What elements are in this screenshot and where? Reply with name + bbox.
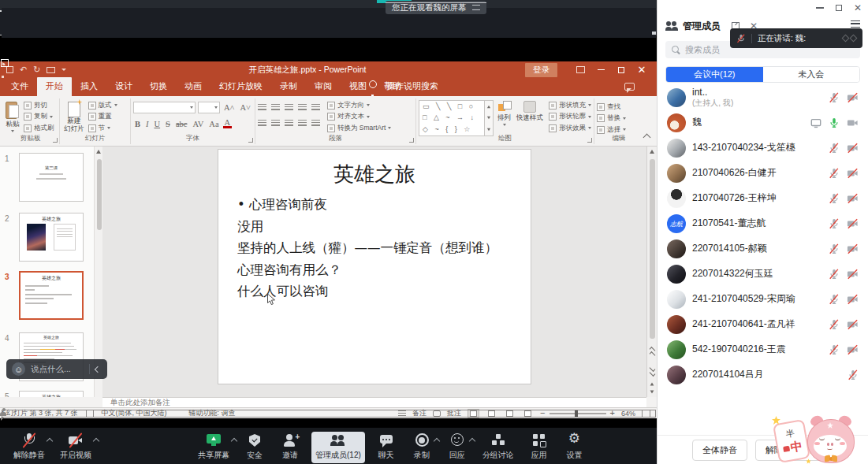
mic-icon[interactable] [829,344,840,355]
next-slide-icon[interactable] [650,370,656,377]
mic-icon[interactable] [829,218,840,229]
indent-increase-icon[interactable] [298,104,307,111]
scroll-up-icon[interactable] [96,150,101,154]
fullscreen-icon[interactable] [620,18,629,28]
align-right-icon[interactable] [285,120,293,127]
mic-icon[interactable] [829,117,840,128]
toolbar-item-record[interactable]: 录制 [408,432,436,463]
columns-icon[interactable] [311,120,320,127]
replace-button[interactable]: 替换 [597,113,641,124]
collapse-chevron-icon[interactable] [95,366,101,372]
copy-button[interactable]: 复制 [24,112,54,123]
notes-scroll-up-icon[interactable] [650,383,654,386]
slide-thumbnail[interactable]: 2 英雄之旅 [0,213,102,265]
member-row[interactable]: 143-2107040234-戈笙橞 [658,135,868,161]
camera-icon[interactable] [847,168,859,179]
camera-icon[interactable] [847,344,859,355]
camera-icon[interactable] [847,243,859,254]
chat-quick-input[interactable]: ☺ 说点什么... [6,359,107,379]
ppt-restore-button[interactable] [611,61,631,78]
shapes-gallery-scroll[interactable] [485,100,494,136]
chevron-up-icon[interactable] [231,438,237,444]
member-row[interactable]: 魏 [658,110,868,135]
scrollbar-thumb[interactable] [650,159,655,339]
fit-to-window-icon[interactable] [642,410,650,418]
tab-not-joined[interactable]: 未入会 [763,67,860,82]
start-slideshow-icon[interactable] [47,67,55,73]
chevron-up-icon[interactable] [93,438,99,444]
line-spacing-icon[interactable] [311,104,320,111]
window-restore-icon[interactable] [836,5,842,11]
char-spacing-button[interactable]: AV [192,120,206,128]
member-row[interactable]: 2207014105-郝颖 [658,236,868,262]
notes-placeholder[interactable]: 单击此处添加备注 [102,397,646,407]
member-row[interactable]: 542-1907040216-王震 [658,337,868,362]
mic-icon[interactable] [829,319,840,330]
notes-scroll-down-icon[interactable] [650,391,654,394]
ppt-tab-record[interactable]: 录制 [271,77,306,96]
undo-icon[interactable]: ↶ [20,65,27,74]
member-row[interactable]: 241-2107040529-宋周瑜 [658,287,868,312]
ppt-tab-review[interactable]: 审阅 [306,77,341,96]
slide-thumbnail[interactable]: 3 英雄之旅 [0,271,102,323]
ppt-tab-home[interactable]: 开始 [37,77,72,96]
align-center-icon[interactable] [271,120,280,127]
paste-button[interactable]: 粘贴 [4,100,21,134]
qat-more-icon[interactable] [61,69,66,71]
mic-icon[interactable] [848,369,859,380]
member-row[interactable]: 2107040726-王梓坤 [658,186,868,211]
member-row[interactable]: 2107040626-白健开 [658,161,868,186]
slide-title[interactable]: 英雄之旅 [218,161,531,188]
align-left-icon[interactable] [258,120,266,127]
smartart-button[interactable]: 转换为 SmartArt [327,123,391,134]
find-button[interactable]: 查找 [597,102,641,113]
font-name-combo[interactable] [133,102,196,113]
mute-all-button[interactable]: 全体静音 [692,440,747,461]
align-text-button[interactable]: 对齐文本 [327,112,391,123]
signin-button[interactable]: 登录 [525,63,557,77]
change-case-button[interactable]: Aa [207,120,220,128]
collapse-ribbon-icon[interactable] [643,134,651,142]
camera-icon[interactable] [847,294,859,305]
toolbar-item-security[interactable]: 安全 [240,432,269,463]
camera-icon[interactable] [847,143,859,154]
previous-slide-icon[interactable] [650,351,656,358]
slide-body-text[interactable]: • 心理咨询前夜没用坚持的人上线（獾）——一锤定音（想到谁）心理咨询有用么？什么… [237,194,523,303]
member-row[interactable]: 志航 21070541-董志航 [658,211,868,236]
reset-button[interactable]: 重置 [88,112,117,123]
tab-in-meeting[interactable]: 会议中(12) [666,67,763,82]
underline-button[interactable]: U [153,120,162,128]
dialog-launcher-icon[interactable] [409,138,414,143]
toolbar-item-apps[interactable]: 应用 [525,432,553,463]
section-button[interactable]: 节 [88,123,117,134]
toolbar-item-chat[interactable]: 聊天 [372,432,400,463]
indent-decrease-icon[interactable] [285,104,293,111]
ppt-close-button[interactable]: ✕ [631,61,652,78]
camera-icon[interactable] [847,319,859,330]
window-minimize-icon[interactable] [816,7,824,9]
slide-thumbnail[interactable]: 5 英雄之旅 [0,391,102,397]
camera-icon[interactable] [847,218,859,229]
shapes-gallery[interactable]: ▭ ╲ ╲ □ ○ □ △ ~ → ↓ ◇ ~ { } ☆ [419,100,485,136]
ppt-tab-transitions[interactable]: 切换 [141,77,176,96]
ppt-tab-animations[interactable]: 动画 [176,77,210,96]
chevron-up-icon[interactable] [434,438,440,444]
ppt-tab-file[interactable]: 文件 [2,77,37,96]
watching-banner[interactable]: 您正在观看魏的屏幕 [386,1,486,14]
tell-me-search[interactable]: 操作说明搜索 [369,80,445,96]
strike-button[interactable]: S [164,120,172,128]
ppt-tab-slideshow[interactable]: 幻灯片放映 [210,77,271,96]
dialog-launcher-icon[interactable] [248,138,253,143]
camera-icon[interactable] [847,117,859,128]
mic-icon[interactable] [829,193,840,204]
bold-button[interactable]: B [133,120,142,128]
text-direction-button[interactable]: 文字方向 [327,100,391,111]
member-row[interactable]: int.. (主持人, 我) [658,85,868,110]
camera-icon[interactable] [847,92,859,103]
chevron-up-icon[interactable] [47,438,53,444]
new-slide-button[interactable]: 新建幻灯片 [62,100,86,134]
camera-icon[interactable] [847,269,859,280]
member-row[interactable]: 2207014104吕月 [658,362,868,388]
slide-scrollbar[interactable] [646,147,657,397]
grow-font-button[interactable]: A˄ [222,103,237,112]
